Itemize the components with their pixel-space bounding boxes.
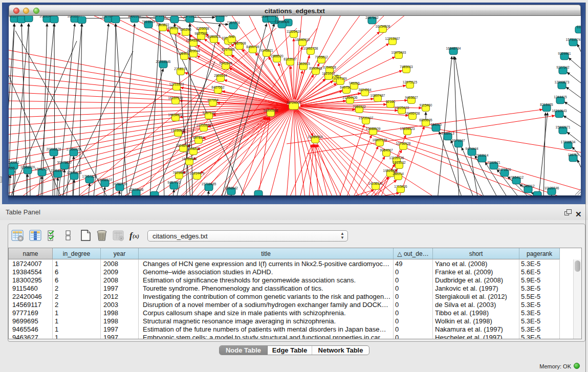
svg-text:9329961: 9329961 — [558, 52, 571, 55]
svg-text:9457791: 9457791 — [167, 181, 181, 184]
svg-text:10973493: 10973493 — [391, 51, 406, 54]
svg-text:1615132: 1615132 — [393, 161, 406, 164]
svg-text:1498222: 1498222 — [187, 147, 200, 150]
svg-text:10807487: 10807487 — [371, 94, 385, 97]
svg-text:15720407: 15720407 — [359, 116, 374, 120]
svg-text:17016534: 17016534 — [561, 140, 576, 144]
svg-text:9463627: 9463627 — [405, 96, 418, 99]
svg-text:16099489: 16099489 — [182, 157, 197, 161]
svg-text:546: 546 — [229, 35, 235, 38]
svg-text:6794028: 6794028 — [323, 65, 336, 69]
svg-text:1671353: 1671353 — [183, 16, 197, 18]
svg-text:98901: 98901 — [180, 52, 189, 55]
svg-text:17359928: 17359928 — [67, 147, 81, 151]
svg-text:11568209: 11568209 — [20, 165, 35, 169]
svg-text:11325419: 11325419 — [287, 30, 301, 33]
svg-text:19166825: 19166825 — [171, 128, 186, 132]
svg-text:10688609: 10688609 — [366, 127, 381, 130]
svg-text:7986322: 7986322 — [353, 105, 366, 108]
svg-text:16154808: 16154808 — [376, 25, 390, 28]
svg-text:891295: 891295 — [180, 28, 191, 31]
svg-text:7485063: 7485063 — [400, 65, 413, 69]
svg-text:1621072: 1621072 — [322, 72, 335, 75]
svg-text:3267130: 3267130 — [202, 111, 215, 115]
svg-text:9245012: 9245012 — [521, 184, 535, 188]
svg-text:8938913: 8938913 — [441, 132, 454, 135]
svg-text:1071913: 1071913 — [153, 16, 166, 17]
svg-text:6466102: 6466102 — [128, 16, 141, 18]
svg-text:16107533: 16107533 — [168, 96, 183, 100]
svg-text:12093873: 12093873 — [555, 80, 570, 84]
svg-text:13120746: 13120746 — [389, 156, 404, 160]
svg-text:2718170: 2718170 — [174, 67, 187, 71]
svg-text:30975887: 30975887 — [57, 161, 72, 164]
svg-text:9115460: 9115460 — [420, 103, 432, 107]
svg-text:8471626: 8471626 — [498, 168, 511, 171]
svg-text:8454749: 8454749 — [246, 45, 259, 49]
svg-text:12923466: 12923466 — [129, 188, 144, 191]
svg-text:16782759: 16782759 — [113, 182, 127, 186]
svg-text:2933114: 2933114 — [476, 154, 489, 157]
svg-text:8813054: 8813054 — [265, 16, 278, 17]
svg-text:252214: 252214 — [393, 172, 404, 176]
svg-text:15716485: 15716485 — [202, 182, 216, 186]
svg-text:16648784: 16648784 — [446, 47, 461, 50]
svg-text:9777169: 9777169 — [334, 77, 347, 80]
svg-text:7357274: 7357274 — [227, 21, 240, 25]
svg-text:7632621: 7632621 — [487, 161, 500, 164]
svg-text:17957223: 17957223 — [82, 174, 97, 178]
svg-text:8990448: 8990448 — [309, 67, 322, 70]
svg-text:12942757: 12942757 — [35, 167, 50, 171]
svg-text:10025433: 10025433 — [395, 106, 409, 110]
svg-text:16914479: 16914479 — [190, 171, 205, 175]
svg-text:21364436: 21364436 — [343, 96, 358, 99]
svg-text:18495758: 18495758 — [405, 112, 420, 115]
svg-text:3226058: 3226058 — [196, 27, 209, 30]
svg-text:9827503: 9827503 — [194, 32, 208, 35]
svg-text:243901: 243901 — [9, 161, 19, 164]
svg-text:19384554: 19384554 — [308, 135, 323, 139]
svg-text:39155: 39155 — [9, 166, 15, 170]
svg-text:2420044: 2420044 — [187, 49, 200, 53]
svg-text:16210643: 16210643 — [552, 109, 567, 113]
svg-text:8960124: 8960124 — [167, 26, 181, 30]
svg-text:7955812: 7955812 — [315, 55, 328, 59]
svg-text:20206528: 20206528 — [47, 147, 61, 151]
svg-text:3624554: 3624554 — [358, 88, 372, 92]
svg-text:417004: 417004 — [207, 98, 219, 102]
svg-text:8427552: 8427552 — [211, 85, 225, 89]
svg-text:2803144: 2803144 — [214, 74, 227, 77]
svg-text:18300293: 18300293 — [264, 108, 278, 112]
svg-text:18640910: 18640910 — [295, 38, 310, 41]
svg-text:10654112: 10654112 — [509, 176, 524, 179]
svg-text:62160: 62160 — [386, 100, 395, 103]
svg-text:14136141: 14136141 — [368, 182, 383, 185]
svg-text:8215955: 8215955 — [540, 103, 553, 106]
svg-text:7615545: 7615545 — [142, 20, 155, 24]
svg-text:18807249: 18807249 — [373, 138, 387, 142]
svg-text:887831: 887831 — [193, 136, 204, 139]
svg-text:19654923: 19654923 — [400, 127, 415, 130]
svg-text:(x): (x) — [133, 233, 139, 239]
svg-text:11451947: 11451947 — [51, 169, 66, 172]
svg-text:164095: 164095 — [430, 123, 442, 126]
svg-text:8757685: 8757685 — [222, 48, 235, 51]
svg-text:15692971: 15692971 — [556, 125, 571, 129]
svg-text:1856542: 1856542 — [225, 186, 238, 190]
svg-text:12505135: 12505135 — [67, 171, 82, 174]
svg-text:16033809: 16033809 — [213, 16, 228, 17]
svg-text:19218506: 19218506 — [275, 20, 290, 24]
svg-text:19654903: 19654903 — [168, 113, 183, 117]
svg-text:15751074: 15751074 — [566, 38, 581, 41]
svg-text:746266: 746266 — [349, 81, 360, 85]
svg-text:9474444: 9474444 — [465, 147, 478, 150]
svg-text:111: 111 — [577, 25, 581, 29]
svg-text:1713426: 1713426 — [394, 185, 407, 188]
svg-text:7625402: 7625402 — [172, 171, 186, 174]
svg-text:9084067: 9084067 — [380, 148, 393, 152]
svg-text:10756928: 10756928 — [396, 142, 411, 145]
svg-text:116753: 116753 — [568, 153, 579, 157]
svg-text:12213303: 12213303 — [169, 82, 184, 86]
svg-text:1588520: 1588520 — [270, 54, 284, 58]
svg-text:2887682: 2887682 — [365, 16, 379, 19]
